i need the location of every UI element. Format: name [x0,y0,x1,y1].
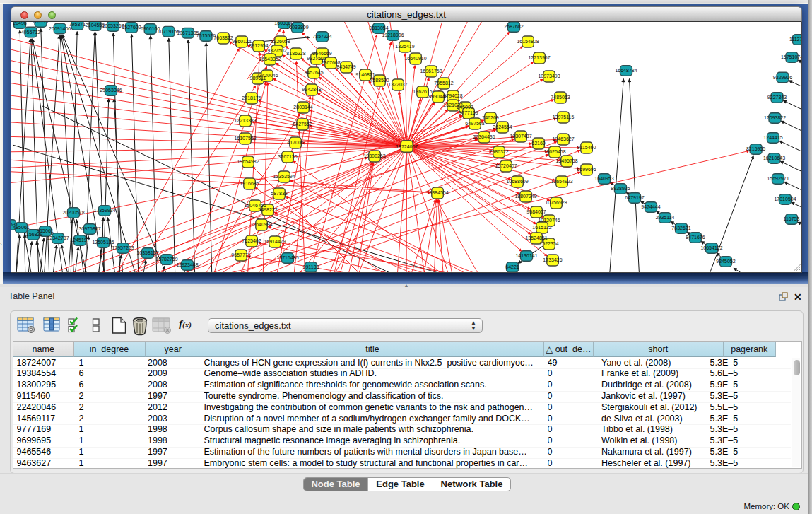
svg-text:6497568: 6497568 [465,121,484,126]
svg-text:19384554: 19384554 [426,190,448,195]
svg-text:13975115: 13975115 [553,115,575,119]
svg-text:2687682: 2687682 [504,24,523,29]
svg-text:8427552: 8427552 [293,122,312,127]
svg-text:1322037: 1322037 [388,82,407,87]
svg-text:20691406: 20691406 [49,26,71,31]
svg-text:1603380: 1603380 [274,22,293,25]
svg-text:7663822: 7663822 [213,35,233,40]
svg-text:17957223: 17957223 [112,245,134,250]
svg-text:9327502: 9327502 [267,48,286,53]
svg-text:16640910: 16640910 [404,56,426,61]
svg-text:746266: 746266 [482,115,498,120]
svg-text:2803144: 2803144 [293,105,312,110]
svg-text:1916685: 1916685 [240,181,259,186]
svg-text:1733426: 1733426 [543,257,562,262]
svg-text:7485063: 7485063 [551,95,570,100]
svg-text:16543362: 16543362 [259,57,281,62]
svg-text:10688609: 10688609 [506,179,528,184]
svg-text:7632621: 7632621 [671,226,690,230]
svg-text:10653267: 10653267 [102,23,124,28]
svg-text:10973493: 10973493 [538,74,560,78]
svg-text:18724007: 18724007 [396,144,418,149]
svg-text:2718176: 2718176 [242,95,261,100]
svg-text:8813054: 8813054 [369,25,388,30]
svg-text:29053346: 29053346 [100,88,122,93]
svg-text:9657771: 9657771 [231,252,250,257]
svg-text:6479197: 6479197 [625,195,644,200]
svg-text:10307487: 10307487 [510,134,531,139]
svg-text:116753: 116753 [784,216,800,221]
svg-text:16107553: 16107553 [234,136,256,141]
svg-text:9146821: 9146821 [355,72,375,77]
svg-text:17010504: 17010504 [774,197,796,201]
svg-text:1325419: 1325419 [395,44,414,49]
svg-text:62160: 62160 [531,141,546,146]
svg-text:4055712: 4055712 [21,30,40,35]
svg-text:7955812: 7955812 [434,81,453,86]
svg-text:245098: 245098 [457,105,473,110]
svg-text:391531: 391531 [11,222,18,227]
svg-text:12093822: 12093822 [764,115,786,120]
svg-text:16782759: 16782759 [155,257,177,262]
svg-text:30975867: 30975867 [78,226,100,231]
svg-text:19218906: 19218906 [382,33,404,37]
svg-text:5498222: 5498222 [258,207,277,212]
svg-text:16961758: 16961758 [420,69,442,74]
svg-text:13524851: 13524851 [525,235,547,240]
svg-text:15720407: 15720407 [495,163,517,168]
svg-text:1245197: 1245197 [70,238,89,243]
svg-text:1522354: 1522354 [539,241,558,246]
svg-text:13654923: 13654923 [551,179,572,184]
svg-text:12342737: 12342737 [47,235,69,240]
svg-text:13353594: 13353594 [273,174,295,179]
svg-text:8186328: 8186328 [286,51,305,56]
svg-text:8454749: 8454749 [336,64,355,69]
svg-text:8912954: 8912954 [249,43,268,48]
svg-text:19463627: 19463627 [552,136,574,141]
svg-text:795371: 795371 [69,22,86,27]
svg-text:9227343: 9227343 [767,95,787,100]
svg-text:19654982: 19654982 [237,159,259,164]
svg-text:3267130: 3267130 [278,154,297,159]
svg-text:20200578: 20200578 [62,210,84,215]
svg-text:13716485: 13716485 [276,255,298,260]
svg-text:1640953: 1640953 [594,176,613,181]
svg-text:64221: 64221 [505,264,519,269]
svg-text:9329906: 9329906 [773,75,792,80]
svg-text:9474444: 9474444 [641,204,660,209]
svg-text:18807249: 18807249 [514,194,536,199]
svg-text:6794028: 6794028 [443,93,462,98]
svg-text:16914479: 16914479 [264,239,286,244]
svg-text:10654122: 10654122 [700,245,722,250]
svg-text:15751074: 15751074 [781,54,801,59]
svg-text:10120746: 10120746 [538,218,560,223]
svg-text:16210643: 16210643 [763,156,785,160]
svg-text:12923448: 12923448 [176,262,198,267]
svg-text:1112704: 1112704 [789,37,801,42]
svg-text:16648784: 16648784 [615,68,637,73]
svg-text:17359934: 17359934 [93,208,115,213]
svg-text:8938925: 8938925 [611,186,630,191]
svg-text:20496: 20496 [13,22,27,25]
svg-text:7625402: 7625402 [242,238,261,243]
svg-text:7515526: 7515526 [196,33,216,38]
svg-text:3457645: 3457645 [304,70,323,75]
svg-text:16154808: 16154808 [517,39,539,44]
svg-text:9684007: 9684007 [526,209,546,214]
svg-text:1362615: 1362615 [413,89,432,94]
svg-text:10025458: 10025458 [543,149,565,154]
svg-text:2546669: 2546669 [312,51,331,56]
svg-text:16033809: 16033809 [286,25,308,30]
svg-text:15692971: 15692971 [767,176,789,181]
svg-text:9115460: 9115460 [577,145,596,150]
svg-text:20364436: 20364436 [473,134,495,139]
svg-text:12213383: 12213383 [234,118,256,123]
svg-text:915061: 915061 [37,228,53,233]
svg-text:2935114: 2935114 [656,215,675,220]
svg-text:10358137: 10358137 [136,250,158,255]
svg-text:991133: 991133 [303,264,319,269]
svg-text:1527602: 1527602 [122,25,141,30]
svg-text:3226058: 3226058 [271,39,290,44]
svg-text:417006: 417006 [287,140,303,145]
svg-text:3624554: 3624554 [493,124,512,129]
